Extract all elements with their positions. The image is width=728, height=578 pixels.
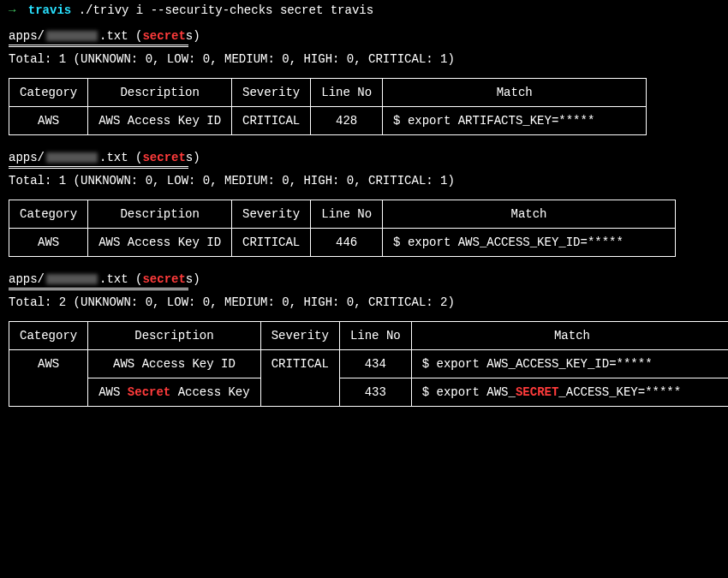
table-row: AWS AWS Access Key ID CRITICAL 428 $ exp… [9, 107, 647, 135]
redacted-icon [46, 152, 98, 163]
table-row: AWS Secret Access Key 433 $ export AWS_S… [9, 378, 729, 407]
total-summary: Total: 1 (UNKNOWN: 0, LOW: 0, MEDIUM: 0,… [9, 174, 719, 188]
col-description: Description [88, 322, 260, 350]
cell-category: AWS [9, 229, 88, 257]
col-match: Match [383, 200, 676, 229]
col-severity: Severity [232, 79, 311, 107]
cell-severity: CRITICAL [232, 107, 311, 135]
col-severity: Severity [232, 200, 311, 229]
file-path: apps/.txt (secrets) [9, 29, 719, 43]
results-table: Category Description Severity Line No Ma… [9, 200, 676, 257]
total-summary: Total: 2 (UNKNOWN: 0, LOW: 0, MEDIUM: 0,… [9, 295, 719, 309]
col-lineno: Line No [339, 322, 411, 350]
total-summary: Total: 1 (UNKNOWN: 0, LOW: 0, MEDIUM: 0,… [9, 52, 719, 66]
cell-lineno: 434 [339, 350, 411, 378]
prompt-dir: travis [28, 3, 71, 17]
cell-lineno: 428 [311, 107, 383, 135]
cell-lineno: 446 [311, 229, 383, 257]
result-section: apps/.txt (secrets) Total: 1 (UNKNOWN: 0… [9, 29, 719, 135]
table-row: AWS AWS Access Key ID CRITICAL 434 $ exp… [9, 350, 729, 378]
cell-description: AWS Secret Access Key [88, 378, 260, 407]
col-lineno: Line No [311, 79, 383, 107]
table-header-row: Category Description Severity Line No Ma… [9, 200, 676, 229]
results-table: Category Description Severity Line No Ma… [9, 78, 647, 135]
prompt-command: ./trivy i --security-checks secret travi… [79, 3, 373, 17]
table-header-row: Category Description Severity Line No Ma… [9, 79, 647, 107]
col-description: Description [88, 79, 232, 107]
cell-category: AWS [9, 350, 88, 407]
prompt-arrow-icon: → [9, 3, 15, 17]
cell-description: AWS Access Key ID [88, 350, 260, 378]
cell-description: AWS Access Key ID [88, 107, 232, 135]
cell-match: $ export ARTIFACTS_KEY=***** [383, 107, 647, 135]
cell-lineno: 433 [339, 378, 411, 407]
col-match: Match [411, 322, 728, 350]
divider [9, 288, 188, 290]
divider [9, 45, 188, 47]
col-category: Category [9, 322, 88, 350]
terminal-prompt: → travis ./trivy i --security-checks sec… [9, 3, 719, 17]
cell-description: AWS Access Key ID [88, 229, 232, 257]
redacted-icon [46, 31, 98, 41]
divider [9, 166, 188, 169]
col-description: Description [88, 200, 232, 229]
table-row: AWS AWS Access Key ID CRITICAL 446 $ exp… [9, 229, 676, 257]
file-path: apps/.txt (secrets) [9, 151, 719, 164]
file-path: apps/.txt (secrets) [9, 272, 719, 286]
cell-severity: CRITICAL [260, 350, 339, 407]
results-table: Category Description Severity Line No Ma… [9, 321, 728, 407]
result-section: apps/.txt (secrets) Total: 1 (UNKNOWN: 0… [9, 151, 719, 257]
col-lineno: Line No [311, 200, 383, 229]
cell-match: $ export AWS_ACCESS_KEY_ID=***** [411, 350, 728, 378]
cell-match: $ export AWS_ACCESS_KEY_ID=***** [383, 229, 676, 257]
redacted-icon [46, 274, 98, 284]
result-section: apps/.txt (secrets) Total: 2 (UNKNOWN: 0… [9, 272, 719, 407]
cell-severity: CRITICAL [232, 229, 311, 257]
col-category: Category [9, 79, 88, 107]
col-match: Match [383, 79, 647, 107]
col-category: Category [9, 200, 88, 229]
table-header-row: Category Description Severity Line No Ma… [9, 322, 729, 350]
col-severity: Severity [260, 322, 339, 350]
cell-category: AWS [9, 107, 88, 135]
cell-match: $ export AWS_SECRET_ACCESS_KEY=***** [411, 378, 728, 407]
